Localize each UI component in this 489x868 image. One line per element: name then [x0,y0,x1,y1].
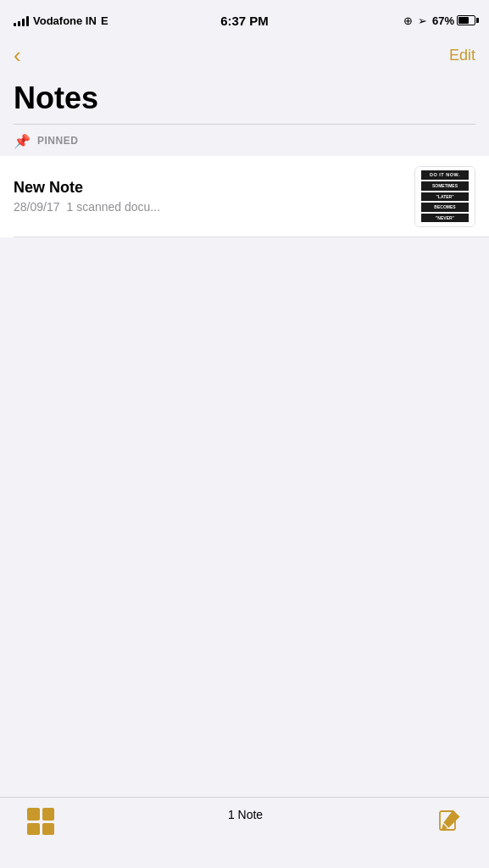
status-time: 6:37 PM [220,14,269,28]
back-chevron-icon: ‹ [14,44,21,66]
battery-icon [457,15,475,25]
thumbnail-content: DO IT NOW. SOMETIMES "LATER" BECOMES "NE… [415,167,475,226]
note-preview: 1 scanned docu... [67,200,161,214]
thumbnail-line-2: SOMETIMES [421,181,469,191]
status-right: ⊕ ➢ 67% [403,14,475,27]
notes-list: New Note 28/09/17 1 scanned docu... DO I… [0,156,489,237]
note-item[interactable]: New Note 28/09/17 1 scanned docu... DO I… [0,156,489,237]
back-button[interactable]: ‹ [14,41,21,70]
signal-bars-icon [14,14,29,26]
grid-icon [27,808,54,835]
status-left: Vodafone IN E [14,14,108,27]
battery-container: 67% [432,14,475,27]
nav-bar: ‹ Edit [0,37,489,76]
thumbnail-line-5: "NEVER" [421,214,469,223]
status-bar: Vodafone IN E 6:37 PM ⊕ ➢ 67% [0,0,489,37]
thumbnail-line-4: BECOMES [421,203,469,212]
toolbar-center: 1 Note [228,808,263,821]
pinned-label: PINNED [37,135,78,147]
edit-button[interactable]: Edit [449,47,475,64]
page-title: Notes [14,81,475,115]
page-title-section: Notes [0,76,489,124]
battery-percent: 67% [432,14,454,27]
note-meta: 28/09/17 1 scanned docu... [14,200,404,214]
location-icon: ➢ [418,14,427,27]
note-title: New Note [14,179,404,197]
note-content: New Note 28/09/17 1 scanned docu... [14,179,414,214]
network-type: E [101,14,108,27]
screen-lock-icon: ⊕ [403,14,413,27]
grid-view-button[interactable] [27,808,54,835]
pin-icon: 📌 [14,133,31,149]
note-date: 28/09/17 [14,200,60,214]
note-count-label: 1 Note [228,808,263,821]
pinned-section-header: 📌 PINNED [0,125,489,156]
note-thumbnail: DO IT NOW. SOMETIMES "LATER" BECOMES "NE… [414,166,475,227]
toolbar: 1 Note [0,797,489,868]
carrier-text: Vodafone IN [33,14,97,27]
thumbnail-line-1: DO IT NOW. [421,170,469,180]
compose-button[interactable] [436,808,462,833]
compose-icon [436,808,462,833]
battery-fill [458,17,469,24]
thumbnail-line-3: "LATER" [421,192,469,202]
